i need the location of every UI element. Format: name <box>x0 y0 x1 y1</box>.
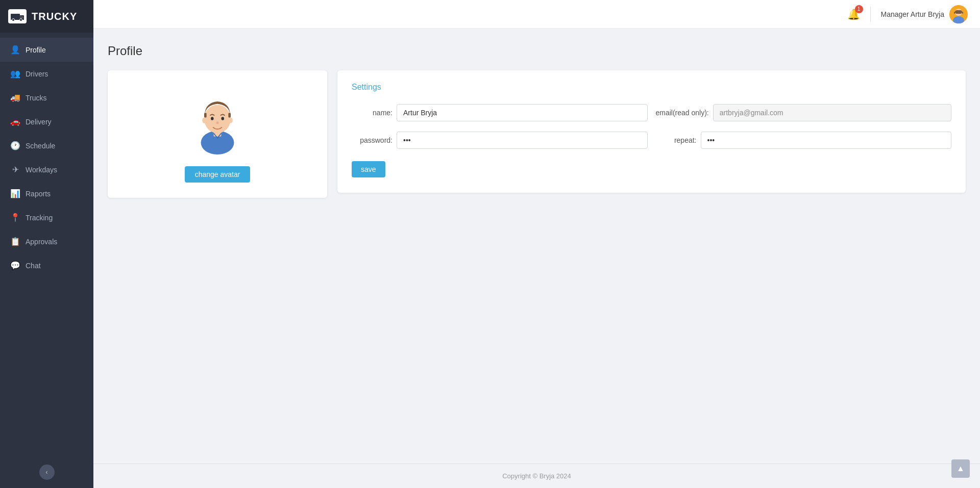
sidebar-label-delivery: Delivery <box>26 118 52 126</box>
main-content: Profile <box>93 29 980 464</box>
settings-form: name: email(read only): password: <box>352 104 951 177</box>
sidebar-item-approvals[interactable]: 📋 Approvals <box>0 229 93 253</box>
footer: Copyright © Bryja 2024 <box>93 464 980 488</box>
change-avatar-button[interactable]: change avatar <box>185 166 251 183</box>
chat-icon: 💬 <box>10 261 20 270</box>
sidebar-label-drivers: Drivers <box>26 70 48 78</box>
logo-icon <box>8 9 27 23</box>
sidebar-item-workdays[interactable]: ✈ Workdays <box>0 158 93 182</box>
delivery-icon: 🚗 <box>10 117 20 126</box>
sidebar-collapse-area: ‹ <box>0 456 93 488</box>
avatar-card: change avatar <box>108 70 327 198</box>
tracking-icon: 📍 <box>10 213 20 222</box>
header-user-label: Manager Artur Bryja <box>881 10 945 18</box>
main-area: 🔔 1 Manager Artur Bryja <box>93 0 980 488</box>
name-input[interactable] <box>397 104 648 121</box>
form-group-email: email(read only): <box>656 104 952 121</box>
notification-badge: 1 <box>855 5 863 13</box>
form-row-password-repeat: password: repeat: <box>352 132 951 149</box>
sidebar-item-drivers[interactable]: 👥 Drivers <box>0 62 93 86</box>
sidebar-item-reports[interactable]: 📊 Raports <box>0 182 93 206</box>
workdays-icon: ✈ <box>10 165 20 174</box>
app-logo[interactable]: TRUCKY <box>0 0 93 33</box>
copyright-text: Copyright © Bryja 2024 <box>502 472 571 480</box>
svg-rect-8 <box>954 12 955 14</box>
header-divider <box>870 7 871 22</box>
email-label: email(read only): <box>656 109 709 117</box>
repeat-input[interactable] <box>701 132 952 149</box>
profile-avatar-figure <box>187 86 248 157</box>
header: 🔔 1 Manager Artur Bryja <box>93 0 980 29</box>
svg-point-14 <box>211 117 214 120</box>
svg-point-15 <box>221 117 224 120</box>
settings-card: Settings name: email(read only): <box>337 70 966 193</box>
page-title: Profile <box>108 44 966 58</box>
chevron-up-icon: ▲ <box>957 464 965 473</box>
svg-point-2 <box>12 19 15 21</box>
svg-point-3 <box>20 19 22 21</box>
sidebar-label-trucks: Trucks <box>26 94 46 102</box>
save-button[interactable]: save <box>352 161 385 177</box>
clock-icon: 🕐 <box>10 141 20 150</box>
notification-bell[interactable]: 🔔 1 <box>847 8 860 20</box>
scroll-to-top-button[interactable]: ▲ <box>951 459 970 478</box>
sidebar-item-tracking[interactable]: 📍 Tracking <box>0 206 93 229</box>
password-input[interactable] <box>397 132 648 149</box>
svg-rect-13 <box>228 113 231 117</box>
sidebar-label-schedule: Schedule <box>26 142 55 150</box>
form-group-repeat: repeat: <box>656 132 952 149</box>
form-group-password: password: <box>352 132 648 149</box>
sidebar-nav: 👤 Profile 👥 Drivers 🚚 Trucks 🚗 Delivery … <box>0 33 93 456</box>
chart-icon: 📊 <box>10 189 20 198</box>
sidebar-item-schedule[interactable]: 🕐 Schedule <box>0 134 93 158</box>
sidebar-item-delivery[interactable]: 🚗 Delivery <box>0 110 93 134</box>
avatar <box>949 5 968 23</box>
svg-rect-7 <box>955 10 962 14</box>
form-row-name-email: name: email(read only): <box>352 104 951 121</box>
settings-title: Settings <box>352 83 951 92</box>
group-icon: 👥 <box>10 69 20 79</box>
repeat-label: repeat: <box>656 136 697 144</box>
sidebar-label-chat: Chat <box>26 262 41 270</box>
collapse-button[interactable]: ‹ <box>39 465 55 480</box>
name-label: name: <box>352 109 393 117</box>
sidebar-label-profile: Profile <box>26 46 46 54</box>
sidebar-item-profile[interactable]: 👤 Profile <box>0 38 93 62</box>
sidebar-label-reports: Raports <box>26 190 51 198</box>
sidebar-label-approvals: Approvals <box>26 238 57 246</box>
sidebar-item-chat[interactable]: 💬 Chat <box>0 253 93 277</box>
sidebar-label-tracking: Tracking <box>26 214 53 222</box>
profile-grid: change avatar Settings name: e <box>108 70 966 198</box>
chevron-left-icon: ‹ <box>46 469 48 476</box>
svg-point-18 <box>229 118 232 123</box>
form-group-name: name: <box>352 104 648 121</box>
svg-rect-19 <box>214 131 222 137</box>
app-name: TRUCKY <box>32 11 77 22</box>
sidebar-item-trucks[interactable]: 🚚 Trucks <box>0 86 93 110</box>
sidebar-label-workdays: Workdays <box>26 166 57 174</box>
person-icon: 👤 <box>10 45 20 55</box>
email-input <box>713 104 951 121</box>
svg-rect-12 <box>204 113 207 117</box>
approvals-icon: 📋 <box>10 237 20 246</box>
password-label: password: <box>352 136 393 144</box>
svg-point-17 <box>202 118 206 123</box>
svg-rect-9 <box>962 12 963 14</box>
header-user[interactable]: Manager Artur Bryja <box>881 5 968 23</box>
sidebar: TRUCKY 👤 Profile 👥 Drivers 🚚 Trucks 🚗 De… <box>0 0 93 488</box>
truck-icon: 🚚 <box>10 93 20 102</box>
svg-point-16 <box>216 121 219 124</box>
